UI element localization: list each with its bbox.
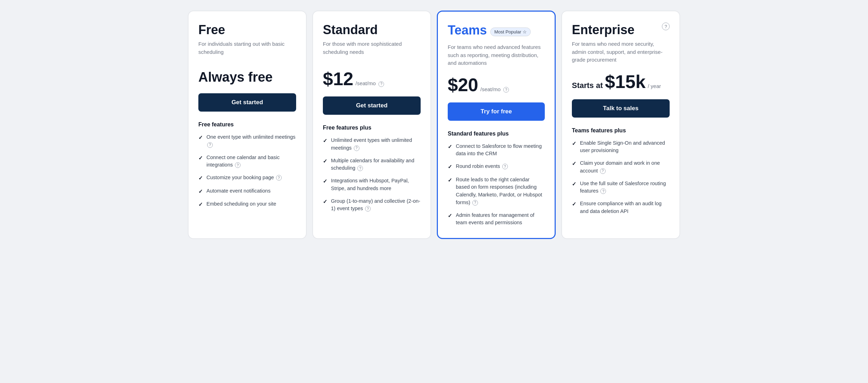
plan-card-teams: Teams Most Popular ☆ For teams who need … [437,11,556,239]
feature-info-icon[interactable]: ? [276,175,282,181]
feature-item: ✓ Integrations with Hubspot, PayPal, Str… [323,177,421,193]
feature-info-icon[interactable]: ? [600,168,606,174]
check-icon: ✓ [198,188,203,196]
price-row: Starts at $15k / year [572,73,670,91]
feature-info-icon[interactable]: ? [354,145,359,151]
feature-info-icon[interactable]: ? [600,188,606,194]
feature-item: ✓ Enable Single Sign-On and advanced use… [572,139,670,155]
feature-item: ✓ Claim your domain and work in one acco… [572,159,670,175]
feature-info-icon[interactable]: ? [207,142,213,148]
check-icon: ✓ [572,140,576,148]
features-list: ✓ One event type with unlimited meetings… [198,133,296,209]
plan-description: For teams who need advanced features suc… [448,43,545,67]
feature-item: ✓ Admin features for management of team … [448,212,545,227]
feature-item: ✓ Connect one calendar and basic integra… [198,154,296,169]
feature-text: Round robin events ? [456,163,508,170]
plan-card-free: FreeFor individuals starting out with ba… [188,11,307,239]
starts-at-text: Starts at [572,81,603,90]
feature-info-icon[interactable]: ? [235,162,241,168]
features-title: Free features plus [323,125,421,131]
feature-item: ✓ Group (1-to-many) and collective (2-on… [323,197,421,213]
price-info-icon[interactable]: ? [503,87,509,93]
plan-title: Standard [323,23,421,37]
feature-info-icon[interactable]: ? [357,165,363,171]
price-unit: / year [648,83,661,89]
check-icon: ✓ [572,180,576,188]
check-icon: ✓ [448,212,452,220]
most-popular-badge: Most Popular ☆ [490,27,531,36]
feature-item: ✓ Multiple calendars for availability an… [323,157,421,172]
price-display: Always free [198,70,296,85]
feature-text: Unlimited event types with unlimited mee… [331,137,421,152]
check-icon: ✓ [323,157,327,165]
feature-item: ✓ Unlimited event types with unlimited m… [323,137,421,152]
price-info-icon[interactable]: ? [378,81,384,87]
feature-text: Enable Single Sign-On and advanced user … [580,139,670,155]
most-popular-label: Most Popular [494,29,521,34]
cta-button-enterprise[interactable]: Talk to sales [572,99,670,118]
feature-item: ✓ Customize your booking page ? [198,174,296,182]
price-unit: /seat/mo [480,86,501,92]
feature-item: ✓ Ensure compliance with an audit log an… [572,200,670,215]
feature-text: Connect one calendar and basic integrati… [206,154,296,169]
check-icon: ✓ [198,154,203,162]
plan-card-standard: StandardFor those with more sophisticate… [312,11,431,239]
feature-text: Route leads to the right calendar based … [456,176,545,207]
features-title: Teams features plus [572,127,670,134]
check-icon: ✓ [448,143,452,151]
check-icon: ✓ [448,176,452,184]
features-title: Standard features plus [448,131,545,137]
feature-item: ✓ Embed scheduling on your site [198,200,296,209]
feature-text: Integrations with Hubspot, PayPal, Strip… [331,177,421,193]
price-amount: $20 [448,76,478,94]
check-icon: ✓ [323,137,327,145]
feature-text: Use the full suite of Salesforce routing… [580,180,670,195]
pricing-grid: FreeFor individuals starting out with ba… [188,11,680,239]
feature-item: ✓ Route leads to the right calendar base… [448,176,545,207]
price-unit: /seat/mo [356,80,376,86]
feature-text: Automate event notifications [206,187,270,195]
price-amount: $15k [605,73,646,91]
price-row: $12 /seat/mo ? [323,70,421,88]
check-icon: ✓ [198,174,203,182]
check-icon: ✓ [198,134,203,142]
feature-item: ✓ One event type with unlimited meetings… [198,133,296,149]
feature-text: Admin features for management of team ev… [456,212,545,227]
feature-info-icon[interactable]: ? [365,206,371,212]
feature-item: ✓ Connect to Salesforce to flow meeting … [448,143,545,158]
features-title: Free features [198,121,296,128]
plan-description: For individuals starting out with basic … [198,40,296,61]
feature-text: Multiple calendars for availability and … [331,157,421,172]
star-icon: ☆ [523,29,527,34]
enterprise-info-icon[interactable]: ? [662,23,670,30]
price-amount: $12 [323,70,353,88]
features-list: ✓ Enable Single Sign-On and advanced use… [572,139,670,215]
check-icon: ✓ [572,200,576,208]
features-list: ✓ Unlimited event types with unlimited m… [323,137,421,213]
cta-button-free[interactable]: Get started [198,93,296,112]
feature-item: ✓ Automate event notifications [198,187,296,196]
check-icon: ✓ [323,177,327,186]
plan-title-row: Teams Most Popular ☆ [448,23,545,40]
check-icon: ✓ [323,198,327,206]
check-icon: ✓ [448,163,452,171]
feature-item: ✓ Round robin events ? [448,163,545,171]
feature-text: One event type with unlimited meetings ? [206,133,296,149]
plan-card-enterprise: ?EnterpriseFor teams who need more secur… [561,11,680,239]
plan-description: For those with more sophisticated schedu… [323,40,421,61]
feature-info-icon[interactable]: ? [502,164,508,169]
check-icon: ✓ [198,201,203,209]
cta-button-teams[interactable]: Try for free [448,102,545,121]
feature-item: ✓ Use the full suite of Salesforce routi… [572,180,670,195]
feature-text: Customize your booking page ? [206,174,282,182]
features-list: ✓ Connect to Salesforce to flow meeting … [448,143,545,227]
feature-text: Claim your domain and work in one accoun… [580,159,670,175]
price-row: $20 /seat/mo ? [448,76,545,94]
feature-text: Group (1-to-many) and collective (2-on-1… [331,197,421,213]
cta-button-standard[interactable]: Get started [323,96,421,115]
plan-description: For teams who need more security, admin … [572,40,670,64]
plan-title: Free [198,23,296,37]
feature-info-icon[interactable]: ? [472,200,478,206]
plan-title: Enterprise [572,23,670,37]
check-icon: ✓ [572,160,576,168]
